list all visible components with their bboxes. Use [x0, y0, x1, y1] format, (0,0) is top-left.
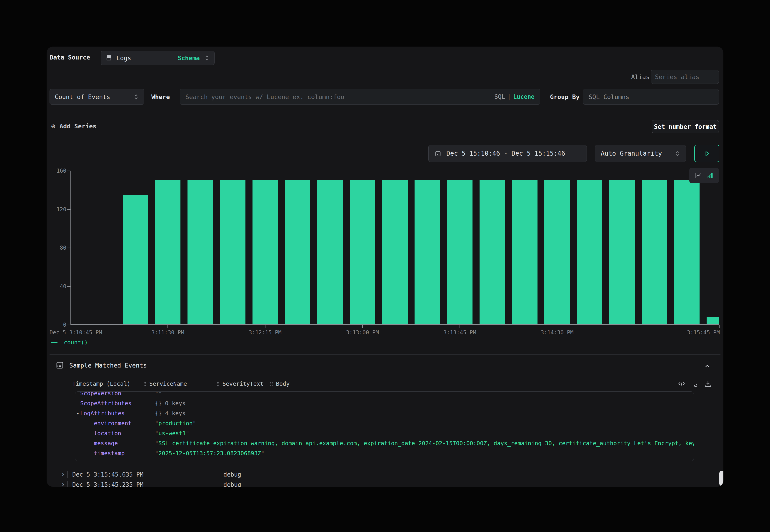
time-range-value: Dec 5 15:10:46 - Dec 5 15:15:46	[447, 150, 565, 157]
column-header-timestamp-local-[interactable]: Timestamp (Local)	[72, 380, 130, 387]
bar[interactable]	[642, 180, 667, 324]
attribute-value: "production"	[155, 418, 196, 428]
x-tick-mark	[719, 325, 720, 328]
chevron-updown-icon	[204, 55, 210, 61]
attribute-key: location	[94, 430, 121, 437]
bar[interactable]	[317, 180, 343, 324]
bar[interactable]	[155, 180, 180, 324]
expand-triangle-icon[interactable]: ▾	[77, 408, 79, 418]
scrollbar-thumb[interactable]	[719, 471, 723, 486]
events-section-header[interactable]: Sample Matched Events	[56, 361, 147, 369]
chart-legend[interactable]: count()	[51, 339, 88, 346]
bar-chart-icon[interactable]	[706, 172, 714, 179]
download-icon[interactable]	[704, 380, 712, 388]
sql-mode-button[interactable]: SQL	[494, 93, 505, 100]
column-header-severitytext[interactable]: SeverityText	[216, 380, 264, 387]
text-wrap-icon[interactable]	[691, 380, 699, 388]
attribute-value: "2025-12-05T13:57:23.082306893Z"	[155, 448, 264, 458]
bar[interactable]	[480, 180, 505, 324]
collapse-section-button[interactable]	[703, 362, 711, 370]
detail-row-logattributes[interactable]: ▾LogAttributes{}4 keys	[75, 408, 694, 418]
search-input[interactable]: Search your events w/ Lucene ex. column:…	[180, 89, 540, 105]
detail-row-timestamp[interactable]: timestamp"2025-12-05T13:57:23.082306893Z…	[75, 448, 694, 458]
y-tick-label: 0	[47, 322, 66, 328]
event-severity: debug	[223, 480, 241, 487]
bar[interactable]	[415, 180, 440, 324]
add-series-label: Add Series	[60, 123, 97, 130]
lucene-mode-button[interactable]: Lucene	[513, 93, 535, 100]
x-tick-mark	[167, 325, 168, 328]
data-source-select[interactable]: Logs Schema	[101, 51, 214, 65]
drag-handle-icon	[216, 381, 220, 386]
bar[interactable]	[220, 180, 245, 324]
code-icon[interactable]	[678, 380, 686, 388]
bar[interactable]	[285, 180, 310, 324]
set-number-format-button[interactable]: Set number format	[652, 120, 719, 133]
play-icon	[703, 150, 711, 157]
severity-bar	[67, 481, 68, 487]
x-tick-label: 3:11:30 PM	[151, 329, 184, 336]
drag-handle-icon	[143, 381, 147, 386]
detail-row-scopeattributes[interactable]: ScopeAttributes{}0 keys	[75, 398, 694, 408]
bar[interactable]	[350, 180, 375, 324]
bar[interactable]	[382, 180, 408, 324]
y-tick-mark	[67, 325, 70, 325]
alias-divider	[50, 77, 627, 77]
bar[interactable]	[609, 180, 635, 324]
aggregation-select[interactable]: Count of Events	[50, 89, 144, 105]
run-query-button[interactable]	[694, 145, 719, 162]
detail-row-location[interactable]: location"us-west1"	[75, 428, 694, 438]
schema-button[interactable]: Schema	[177, 55, 200, 62]
bar[interactable]	[252, 180, 278, 324]
chevron-right-icon[interactable]: ›	[61, 470, 65, 479]
detail-row-environment[interactable]: environment"production"	[75, 418, 694, 428]
x-tick-label: 3:14:30 PM	[541, 329, 574, 336]
bar[interactable]	[674, 180, 700, 324]
data-source-label: Data Source	[50, 54, 90, 61]
granularity-select[interactable]: Auto Granularity	[595, 145, 686, 162]
attribute-key: message	[94, 440, 118, 447]
event-timestamp: Dec 5 3:15:45.235 PM	[72, 480, 143, 487]
column-header-label: ServiceName	[149, 380, 187, 387]
mode-separator: |	[507, 93, 511, 100]
x-tick-label: 3:13:45 PM	[444, 329, 476, 336]
x-tick-mark	[557, 325, 557, 328]
x-tick-label: 3:15:45 PM	[687, 329, 720, 336]
bar[interactable]	[512, 180, 538, 324]
line-chart-icon[interactable]	[694, 172, 702, 179]
event-row[interactable]: ›Dec 5 3:15:45.635 PMdebug	[47, 470, 723, 480]
bar[interactable]	[447, 180, 473, 324]
x-tick-mark	[265, 325, 265, 328]
data-source-value: Logs	[116, 55, 131, 62]
group-by-placeholder: SQL Columns	[589, 93, 629, 100]
x-tick-label: 3:12:15 PM	[249, 329, 281, 336]
group-by-input[interactable]: SQL Columns	[583, 89, 719, 105]
y-tick-mark	[67, 248, 70, 248]
y-tick-label: 40	[47, 283, 66, 290]
braces-icon: {}	[155, 400, 162, 407]
column-header-body[interactable]: Body	[270, 380, 289, 387]
add-series-button[interactable]: ⊕ Add Series	[51, 122, 96, 130]
detail-row-scopeversion[interactable]: ScopeVersion""	[75, 391, 694, 398]
bar-chart[interactable]: 04080120160Dec 5 3:10:45 PM3:11:30 PM3:1…	[70, 171, 719, 325]
column-header-servicename[interactable]: ServiceName	[143, 380, 187, 387]
bar[interactable]	[707, 317, 719, 324]
legend-swatch	[51, 342, 57, 343]
time-range-picker[interactable]: Dec 5 15:10:46 - Dec 5 15:15:46	[429, 145, 587, 162]
attribute-value: ""	[155, 391, 162, 398]
x-tick-mark	[362, 325, 363, 328]
bar[interactable]	[187, 180, 213, 324]
attribute-value: {}4 keys	[155, 408, 185, 418]
attribute-value: {}0 keys	[155, 398, 185, 408]
detail-row-message[interactable]: message"SSL certificate expiration warni…	[75, 438, 694, 448]
database-icon	[105, 55, 112, 61]
y-tick-label: 120	[47, 206, 66, 213]
y-axis	[70, 171, 71, 325]
bar[interactable]	[577, 180, 602, 324]
bar[interactable]	[544, 180, 570, 324]
event-row[interactable]: ›Dec 5 3:15:45.235 PMdebug	[47, 480, 723, 487]
bar[interactable]	[123, 195, 148, 324]
chart-type-toggle[interactable]	[689, 168, 719, 183]
chevron-right-icon[interactable]: ›	[61, 480, 65, 487]
alias-input[interactable]: Series alias	[651, 70, 719, 84]
